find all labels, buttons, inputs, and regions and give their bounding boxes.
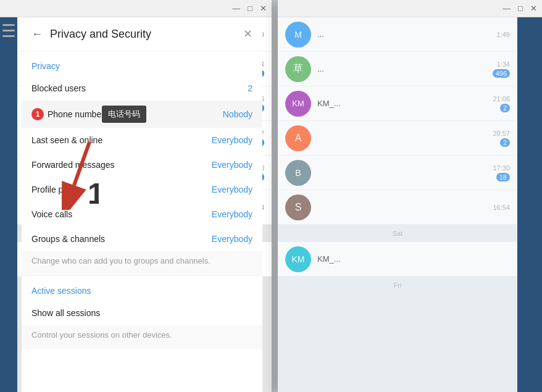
right-minimize-btn[interactable]: — (502, 4, 511, 13)
right-bg: M ... 1:49 草 ... 1:34496 KM KM_... 21:06… (278, 17, 542, 392)
right-chat-item: A 20:572 (278, 121, 517, 156)
right-chat-item: KM KM_... (278, 242, 517, 277)
tooltip-text: 电话号码 (102, 106, 146, 123)
forwarded-value: Everybody (212, 160, 252, 170)
left-window: — □ ✕ M ... ... 1:49 草 草... (0, 0, 272, 392)
show-sessions-label: Show all sessions (31, 308, 252, 318)
right-window: — □ ✕ M ... 1:49 草 ... 1:34496 KM KM_...… (278, 0, 542, 392)
annotation-badge-1: 1 (31, 108, 44, 120)
profile-photo-label: Profile photo (31, 185, 212, 194)
privacy-section-header: Privacy (22, 51, 262, 76)
profile-photo-value: Everybody (212, 185, 252, 194)
maximize-btn[interactable]: □ (248, 4, 252, 13)
show-all-sessions-item[interactable]: Show all sessions (22, 301, 262, 325)
voice-calls-label: Voice calls (31, 209, 212, 219)
avatar: KM (285, 246, 311, 272)
right-close-btn[interactable]: ✕ (530, 4, 537, 13)
avatar: A (285, 125, 311, 151)
close-panel-button[interactable]: ✕ (243, 27, 252, 41)
avatar: B (285, 160, 311, 186)
groups-hint: Change who can add you to groups and cha… (22, 251, 262, 275)
avatar: 草 (285, 56, 311, 82)
right-maximize-btn[interactable]: □ (518, 4, 523, 13)
back-button[interactable]: ← (31, 28, 43, 41)
panel-title: Privacy and Security (50, 28, 151, 41)
voice-calls-item[interactable]: Voice calls Everybody (22, 202, 262, 227)
avatar: S (285, 194, 311, 220)
right-chat-item: S 16:54 (278, 190, 517, 225)
right-chat-item: 草 ... 1:34496 (278, 52, 517, 86)
right-chat-item: B 17:3018 (278, 156, 517, 190)
groups-channels-label: Groups & channels (31, 234, 212, 244)
phone-number-value: Nobody (223, 109, 252, 119)
groups-channels-value: Everybody (212, 234, 252, 244)
blocked-users-label: Blocked users (31, 83, 248, 93)
sessions-hint: Control your sessions on other devices. (22, 325, 262, 349)
right-chat-item: M ... 1:49 (278, 17, 517, 52)
last-seen-item[interactable]: Last seen & online Everybody (22, 128, 262, 152)
blocked-users-value: 2 (248, 83, 252, 93)
phone-number-item[interactable]: 1 Phone number 电话号码 Nobody (22, 101, 262, 128)
last-seen-label: Last seen & online (31, 135, 212, 145)
minimize-btn[interactable]: — (232, 4, 240, 13)
blocked-users-item[interactable]: Blocked users 2 (22, 76, 262, 101)
avatar: KM (285, 91, 311, 117)
right-chat-item: KM KM_... 21:062 (278, 86, 517, 121)
forwarded-messages-item[interactable]: Forwarded messages Everybody (22, 152, 262, 177)
avatar: M (285, 22, 311, 48)
annotation-tooltip-phone: 电话号码 (102, 106, 146, 123)
profile-photo-item[interactable]: Profile photo Everybody (22, 177, 262, 202)
privacy-security-panel: ← Privacy and Security ✕ Privacy Blocked… (22, 17, 262, 392)
forwarded-label: Forwarded messages (31, 160, 212, 170)
last-seen-value: Everybody (212, 135, 252, 145)
panel-content: Privacy Blocked users 2 1 Phone number 电… (22, 51, 262, 389)
right-titlebar: — □ ✕ (278, 0, 542, 17)
left-titlebar: — □ ✕ (0, 0, 272, 17)
panel-header: ← Privacy and Security ✕ (22, 17, 262, 51)
voice-calls-value: Everybody (212, 209, 252, 219)
active-sessions-header: Active sessions (22, 276, 262, 301)
groups-channels-item[interactable]: Groups & channels Everybody (22, 227, 262, 251)
close-btn[interactable]: ✕ (260, 4, 267, 13)
